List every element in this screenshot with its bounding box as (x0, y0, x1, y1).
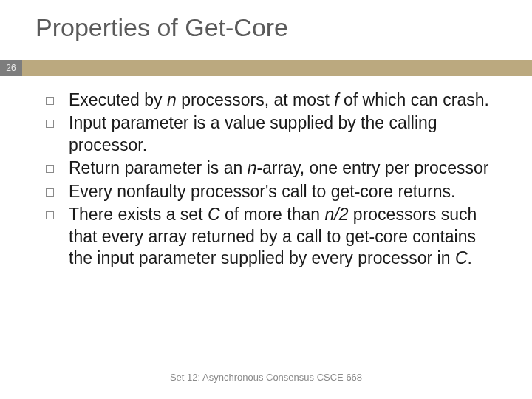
bullet-text: Executed by n processors, at most f of w… (69, 89, 489, 111)
bullet-icon (46, 165, 54, 173)
bullet-text: There exists a set C of more than n/2 pr… (69, 204, 502, 269)
list-item: Executed by n processors, at most f of w… (46, 89, 502, 111)
bullet-icon (46, 188, 54, 197)
slide-title: Properties of Get-Core (0, 0, 532, 42)
list-item: Every nonfaulty processor's call to get-… (46, 181, 502, 202)
bullet-text: Input parameter is a value supplied by t… (69, 112, 502, 156)
bullet-text: Return parameter is an n-array, one entr… (69, 157, 488, 179)
list-item: There exists a set C of more than n/2 pr… (46, 204, 502, 269)
list-item: Return parameter is an n-array, one entr… (46, 157, 502, 179)
bullet-icon (46, 120, 54, 128)
list-item: Input parameter is a value supplied by t… (46, 112, 502, 156)
bullet-list: Executed by n processors, at most f of w… (0, 76, 532, 270)
bullet-text: Every nonfaulty processor's call to get-… (69, 181, 455, 202)
bullet-icon (46, 97, 54, 105)
slide-number: 26 (0, 60, 22, 76)
slide-number-band: 26 (0, 60, 532, 76)
footer-text: Set 12: Asynchronous Consensus CSCE 668 (0, 372, 532, 383)
bullet-icon (46, 211, 54, 219)
